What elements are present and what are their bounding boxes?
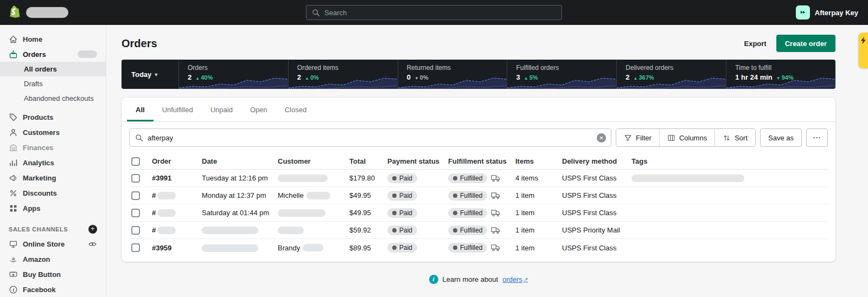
tab-all[interactable]: All <box>127 98 154 121</box>
sidebar-item-customers[interactable]: Customers <box>0 125 106 140</box>
pinned-app-tab[interactable] <box>859 33 868 68</box>
metric-value: 2 <box>626 73 629 81</box>
sidebar-item-products[interactable]: Products <box>0 109 106 125</box>
col-header-customer[interactable]: Customer <box>278 157 349 165</box>
sidebar-item-marketing[interactable]: Marketing <box>0 170 106 185</box>
shopify-logo[interactable] <box>0 5 106 20</box>
order-number-redacted <box>157 192 176 199</box>
order-tabs: All Unfulfilled Unpaid Open Closed <box>122 98 835 122</box>
period-selector[interactable]: Today ▾ <box>122 60 179 89</box>
create-order-button[interactable]: Create order <box>776 35 835 52</box>
metric-delivered-orders[interactable]: Delivered orders 2 ▲367% <box>617 60 726 89</box>
row-checkbox[interactable] <box>131 191 140 200</box>
metric-value: 0 <box>407 73 411 81</box>
sidebar-item-analytics[interactable]: Analytics <box>0 155 106 170</box>
sidebar-item-facebook[interactable]: f Facebook <box>0 282 106 297</box>
col-header-payment-status[interactable]: Payment status <box>387 157 448 165</box>
table-row[interactable]: # $59.92 Paid Fulfilled 1 item USPS Prio… <box>129 222 828 239</box>
row-checkbox[interactable] <box>131 174 140 183</box>
metric-fulfilled-orders[interactable]: Fulfilled orders 3 ▲5% <box>507 60 617 89</box>
order-items-count: 1 item <box>515 209 562 217</box>
order-customer: Michelle <box>278 191 349 199</box>
tab-open[interactable]: Open <box>241 98 276 121</box>
facebook-icon: f <box>9 285 18 294</box>
order-customer <box>278 209 349 217</box>
order-search[interactable]: ✕ <box>129 128 611 147</box>
metric-delta: ▼94% <box>776 74 794 81</box>
col-header-order[interactable]: Order <box>152 157 202 165</box>
table-row[interactable]: # Saturday at 01:44 pm $49.95 Paid Fulfi… <box>129 204 828 222</box>
finances-icon <box>9 143 18 152</box>
sidebar-item-discounts[interactable]: Discounts <box>0 185 106 201</box>
view-online-store-icon[interactable] <box>88 240 97 249</box>
col-header-total[interactable]: Total <box>349 157 387 165</box>
order-number[interactable]: # <box>152 209 202 217</box>
afterpay-key-button[interactable]: Afterpay Key <box>796 5 868 20</box>
status-dot <box>453 246 457 250</box>
table-row[interactable]: #3959 Brandy $89.95 Paid Fulfilled 1 ite… <box>129 239 828 256</box>
status-dot <box>453 193 457 198</box>
sidebar-item-amazon[interactable]: a Amazon <box>0 251 106 267</box>
order-number[interactable]: # <box>152 226 202 234</box>
external-link-icon: ↗ <box>524 276 528 282</box>
sidebar-label: Orders <box>23 50 46 59</box>
topbar: Afterpay Key <box>0 0 868 25</box>
tab-unfulfilled[interactable]: Unfulfilled <box>154 98 202 121</box>
sidebar-item-finances[interactable]: Finances <box>0 140 106 155</box>
orders-table: Order Date Customer Total Payment status… <box>122 153 835 262</box>
row-checkbox[interactable] <box>131 226 140 235</box>
sidebar-item-abandoned-checkouts[interactable]: Abandoned checkouts <box>0 91 106 106</box>
tab-unpaid[interactable]: Unpaid <box>202 98 241 121</box>
sidebar-item-buy-button[interactable]: Buy Button <box>0 267 106 282</box>
table-row[interactable]: # Monday at 12:37 pm Michelle $49.95 Pai… <box>129 187 828 204</box>
delivery-truck-icon <box>491 227 500 234</box>
global-search[interactable] <box>306 5 562 20</box>
table-row[interactable]: #3991 Tuesday at 12:16 pm $179.80 Paid F… <box>129 170 828 187</box>
col-header-delivery-method[interactable]: Delivery method <box>562 157 631 165</box>
metric-delta: ▲5% <box>524 74 538 81</box>
delivery-truck-icon <box>491 209 500 217</box>
metric-orders[interactable]: Orders 2 ▲40% <box>179 60 289 89</box>
sidebar-item-drafts[interactable]: Drafts <box>0 76 106 91</box>
sidebar-item-home[interactable]: Home <box>0 31 106 47</box>
search-icon <box>135 134 143 142</box>
status-dot <box>392 193 397 198</box>
sidebar-item-all-orders[interactable]: All orders <box>0 62 106 76</box>
export-button[interactable]: Export <box>744 40 767 48</box>
col-header-date[interactable]: Date <box>202 157 278 165</box>
metric-returned-items[interactable]: Returned items 0 ▼0% <box>398 60 508 89</box>
sidebar-item-apps[interactable]: Apps <box>0 201 106 216</box>
metric-value: 3 <box>516 73 520 81</box>
customer-redacted <box>278 227 304 234</box>
global-search-input[interactable] <box>324 9 556 17</box>
order-number[interactable]: # <box>152 191 202 199</box>
orders-help-link[interactable]: orders↗ <box>502 275 528 283</box>
row-checkbox[interactable] <box>131 243 140 252</box>
order-number[interactable]: #3959 <box>152 244 202 252</box>
more-actions-button[interactable]: ⋯ <box>806 128 828 147</box>
col-header-fulfillment-status[interactable]: Fulfillment status <box>448 157 515 165</box>
sort-button[interactable]: Sort <box>714 129 755 146</box>
metric-time-to-fulfill[interactable]: Time to fulfill 1 hr 24 min ▼94% <box>726 60 835 89</box>
add-sales-channel-button[interactable]: + <box>88 225 97 234</box>
select-all-checkbox[interactable] <box>131 157 140 166</box>
row-checkbox[interactable] <box>131 209 140 217</box>
col-header-tags[interactable]: Tags <box>631 157 828 165</box>
filter-button[interactable]: Filter <box>616 129 659 146</box>
metric-ordered-items[interactable]: Ordered items 2 ▲0% <box>289 60 398 89</box>
sidebar-label: Analytics <box>23 159 54 167</box>
sort-label: Sort <box>735 134 748 142</box>
save-as-button[interactable]: Save as <box>760 128 802 147</box>
order-search-input[interactable] <box>148 134 592 142</box>
status-dot <box>453 228 457 233</box>
col-header-items[interactable]: Items <box>515 157 562 165</box>
clear-search-icon[interactable]: ✕ <box>597 133 606 143</box>
sidebar-item-orders[interactable]: Orders <box>0 47 106 62</box>
table-header-row: Order Date Customer Total Payment status… <box>129 153 828 170</box>
sidebar-item-online-store[interactable]: Online Store <box>0 236 106 251</box>
order-number[interactable]: #3991 <box>152 174 202 182</box>
sidebar-sublabel: Drafts <box>24 80 43 88</box>
order-tags <box>631 174 828 183</box>
columns-button[interactable]: Columns <box>659 129 714 146</box>
tab-closed[interactable]: Closed <box>276 98 315 121</box>
